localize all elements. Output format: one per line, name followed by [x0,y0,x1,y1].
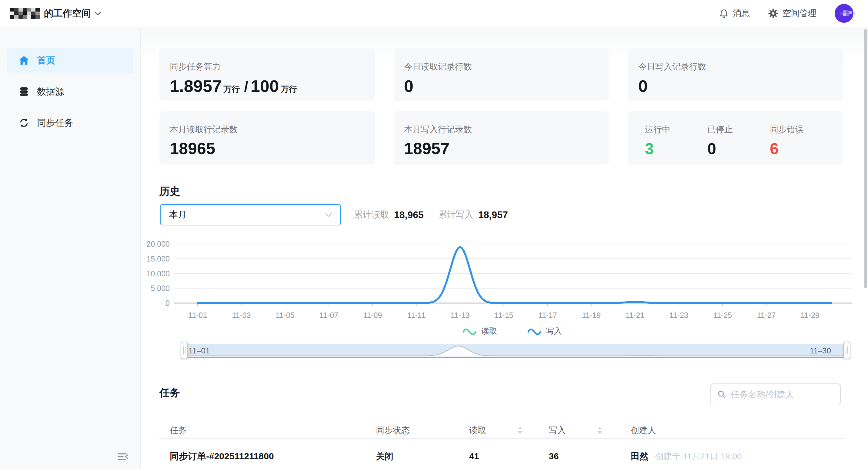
user-avatar[interactable] [835,4,854,23]
search-icon [717,390,726,399]
slider-left-handle[interactable] [181,342,188,359]
svg-text:15,000: 15,000 [147,255,170,263]
sync-icon [19,118,29,128]
month-read-value: 18965 [170,139,365,158]
status-stopped: 已停止 0 [707,124,770,165]
bell-icon [719,8,728,18]
date-range-select[interactable]: 本月 [160,204,341,226]
table-header: 任务 同步状态 读取 写入 创建人 [159,422,844,439]
task-status: 关闭 [376,450,469,463]
table-row[interactable]: 同步订单-#202511211800 关闭 41 36 田然 创建于 11月21… [159,439,844,463]
history-line-chart: 05,00010,00015,00020,00011-0111-0311-051… [127,238,861,320]
slider-minimap [184,344,847,357]
menu-fold-icon [118,452,128,461]
svg-text:11-27: 11-27 [757,311,776,319]
svg-text:11-05: 11-05 [276,311,294,319]
svg-text:11-23: 11-23 [670,311,688,319]
top-bar: 的工作空间 消息 [0,0,868,27]
sort-carets-icon [597,427,602,434]
svg-text:11-09: 11-09 [363,311,382,319]
sidebar: 首页 数据源 同步任务 [0,27,141,469]
space-management-button[interactable]: 空间管理 [768,7,816,19]
col-task: 任务 [170,425,376,436]
today-write-value: 0 [638,76,833,96]
total-write: 18,957 [478,209,508,221]
slider-end-label: 11–30 [810,346,831,355]
svg-text:11-11: 11-11 [407,311,426,319]
slider-right-handle[interactable] [843,342,850,359]
col-write: 写入 [549,425,631,436]
sidebar-item-label: 数据源 [37,86,64,98]
sidebar-item-label: 首页 [37,54,55,67]
data-zoom-slider[interactable]: 11–01 11–30 [184,344,847,357]
col-creator: 创建人 [631,425,844,436]
card-sync-compute: 同步任务算力 1.8957万行/100万行 [159,48,375,101]
task-write: 36 [549,451,631,462]
collapse-sidebar-button[interactable] [116,451,130,463]
creator-name: 田然 [631,451,648,461]
messages-button[interactable]: 消息 [719,7,750,19]
svg-text:11-21: 11-21 [625,311,644,319]
chevron-down-icon [95,11,101,16]
sort-read-button[interactable] [518,427,523,434]
chevron-down-icon [325,213,332,217]
svg-text:11-03: 11-03 [232,311,251,319]
chart-legend: 读取 写入 [174,326,850,336]
history-section-title: 历史 [159,184,180,198]
task-name[interactable]: 同步订单-#202511211800 [170,450,376,463]
total-read: 18,965 [394,209,424,221]
card-month-read: 本月读取行记录数 18965 [159,111,375,165]
gear-icon [768,8,778,19]
task-read: 41 [469,451,549,462]
svg-text:11-19: 11-19 [582,311,601,319]
tasks-section-title: 任务 [159,386,180,400]
svg-text:11-07: 11-07 [319,311,338,319]
svg-text:11-01: 11-01 [188,311,207,319]
vertical-scrollbar[interactable] [864,29,867,288]
stat-cards: 同步任务算力 1.8957万行/100万行 今日读取记录行数 0 今日写入记录行… [159,48,843,165]
card-today-read: 今日读取记录行数 0 [394,48,609,101]
error-count: 6 [770,140,832,158]
history-totals: 累计读取 18,965 累计写入 18,957 [354,204,508,226]
workspace-switcher[interactable]: 的工作空间 [10,0,101,27]
col-sync-status: 同步状态 [376,425,469,436]
created-at: 创建于 11月21日 18:00 [655,452,742,461]
home-icon [19,56,29,65]
card-month-write: 本月写入行记录数 18957 [394,111,609,165]
stopped-count: 0 [707,140,770,158]
month-write-value: 18957 [404,139,599,158]
running-count: 3 [645,140,707,158]
svg-text:20,000: 20,000 [147,240,170,248]
sidebar-item-home[interactable]: 首页 [7,48,133,73]
slider-start-label: 11–01 [188,346,210,355]
status-error: 同步错误 6 [770,124,832,165]
sort-write-button[interactable] [597,427,602,434]
task-table: 任务 同步状态 读取 写入 创建人 同步订单-#202511211800 关闭 … [159,422,844,463]
card-today-write: 今日写入记录行数 0 [628,48,843,101]
line-swatch-icon [463,327,476,335]
line-swatch-icon [527,327,541,335]
svg-text:11-17: 11-17 [538,311,557,319]
svg-text:11-13: 11-13 [451,311,469,319]
workspace-title: 的工作空间 [44,7,91,20]
svg-text:11-25: 11-25 [713,311,732,319]
svg-text:11-15: 11-15 [494,311,513,319]
sidebar-item-datasources[interactable]: 数据源 [7,79,133,105]
status-running: 运行中 3 [645,124,707,165]
svg-text:5,000: 5,000 [151,284,170,292]
compute-quota: 100 [251,77,279,95]
sort-carets-icon [518,427,523,434]
svg-text:11-29: 11-29 [801,311,819,319]
legend-write[interactable]: 写入 [527,326,562,336]
sidebar-item-label: 同步任务 [37,117,73,129]
svg-text:0: 0 [165,299,170,307]
task-search-input[interactable] [731,389,827,400]
today-read-value: 0 [404,76,599,96]
legend-read[interactable]: 读取 [463,326,497,336]
range-select-value: 本月 [169,209,187,221]
sidebar-item-sync-tasks[interactable]: 同步任务 [7,110,133,136]
task-creator-cell: 田然 创建于 11月21日 18:00 [631,450,844,463]
svg-text:10,000: 10,000 [147,269,170,278]
database-icon [19,86,29,97]
compute-used: 1.8957 [170,77,221,95]
